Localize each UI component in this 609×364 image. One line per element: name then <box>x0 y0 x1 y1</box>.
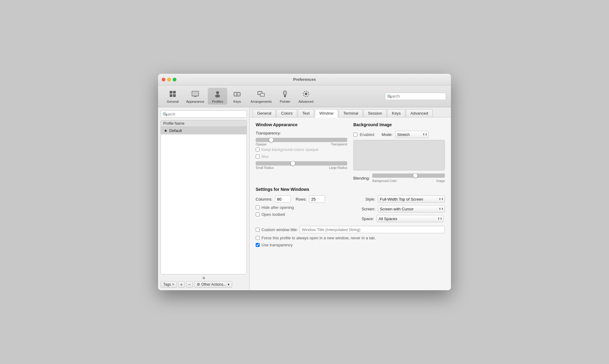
tab-advanced[interactable]: Advanced <box>406 109 433 117</box>
background-image-title: Background Image <box>353 122 445 127</box>
window-appearance-section: Window Appearance Transparency: Opaque T… <box>256 122 347 183</box>
svg-rect-1 <box>173 91 176 94</box>
keep-bg-opaque-row: Keep background colors opaque <box>256 147 347 152</box>
transparency-row: Transparency: <box>256 131 347 135</box>
title-bar: Preferences <box>158 74 451 85</box>
sidebar: 🔍 Profile Name ★ Default Tags > + − ⚙ Ot… <box>158 107 250 290</box>
opaque-label: Opaque <box>256 143 267 146</box>
blur-label: Blur: <box>261 154 270 159</box>
tags-button[interactable]: Tags > <box>160 281 177 288</box>
general-icon <box>168 89 178 99</box>
rows-input[interactable] <box>309 195 325 203</box>
open-toolbelt-row: Open toolbelt <box>256 212 294 217</box>
toolbar-item-general[interactable]: General <box>163 88 182 105</box>
style-label: Style: <box>365 197 375 202</box>
large-radius-label: Large Radius <box>329 166 347 170</box>
toolbar-item-advanced[interactable]: Advanced <box>295 88 317 105</box>
hide-after-opening-checkbox[interactable] <box>256 205 260 209</box>
style-select-wrapper: Full-Width Top of Screen Normal Maximize… <box>378 195 445 203</box>
maximize-button[interactable] <box>173 78 176 81</box>
advanced-label: Advanced <box>298 100 313 103</box>
keys-label: Keys <box>233 100 241 103</box>
tab-colors[interactable]: Colors <box>276 109 297 117</box>
svg-rect-2 <box>170 94 172 97</box>
transparency-slider[interactable] <box>256 138 347 142</box>
pointer-icon <box>280 89 290 99</box>
toolbar-search-wrapper: 🔍 <box>385 93 446 100</box>
space-row: Space: All Spaces Current Space ⬆⬇ <box>362 215 445 222</box>
toolbar-item-pointer[interactable]: Pointer <box>275 88 295 105</box>
blending-slider-wrap: Background Color Image <box>372 173 445 183</box>
profiles-label: Profiles <box>212 100 223 103</box>
blur-checkbox[interactable] <box>256 155 260 159</box>
svg-point-8 <box>216 91 219 94</box>
blending-labels: Background Color Image <box>372 179 445 183</box>
screen-row: Screen: Screen with Cursor Main Screen S… <box>362 205 445 212</box>
close-button[interactable] <box>162 78 165 81</box>
open-toolbelt-label: Open toolbelt <box>261 212 285 217</box>
hide-after-opening-row: Hide after opening <box>256 205 294 210</box>
pointer-label: Pointer <box>280 100 290 103</box>
tab-session[interactable]: Session <box>363 109 387 117</box>
tab-keys[interactable]: Keys <box>387 109 405 117</box>
transparency-slider-labels: Opaque Transparent <box>256 143 347 146</box>
toolbar-search-input[interactable] <box>385 93 446 100</box>
custom-title-checkbox[interactable] <box>256 228 260 232</box>
appearance-icon <box>190 89 200 99</box>
space-select[interactable]: All Spaces Current Space <box>377 215 444 222</box>
profile-name: Default <box>169 128 182 133</box>
force-new-window-row: Force this profile to always open in a n… <box>256 236 445 240</box>
settings-new-windows-section: Settings for New Windows Columns: Rows: … <box>256 187 445 247</box>
profile-list-header: Profile Name <box>161 120 247 127</box>
custom-title-input[interactable] <box>300 226 445 233</box>
style-select[interactable]: Full-Width Top of Screen Normal Maximize… <box>378 195 445 203</box>
screen-select[interactable]: Screen with Cursor Main Screen Screen 1 <box>378 205 445 212</box>
tab-text[interactable]: Text <box>298 109 314 117</box>
toolbar-item-arrangements[interactable]: Arrangements <box>247 88 275 105</box>
toolbar-icons: General Appearance <box>163 88 317 105</box>
other-actions-button[interactable]: ⚙ Other Actions... ▾ <box>194 281 232 288</box>
force-new-window-label: Force this profile to always open in a n… <box>261 236 376 240</box>
toolbar-item-keys[interactable]: ⌘ Keys <box>227 88 247 105</box>
add-profile-button[interactable]: + <box>178 281 185 288</box>
preferences-window: Preferences General <box>158 74 451 290</box>
keep-bg-opaque-label: Keep background colors opaque <box>261 147 319 152</box>
blur-row: Blur: <box>256 154 347 159</box>
general-label: General <box>167 100 178 103</box>
open-toolbelt-checkbox[interactable] <box>256 212 260 216</box>
mode-select[interactable]: Stretch Tile Scale to Fill Scale to Fit <box>395 131 429 138</box>
remove-profile-button[interactable]: − <box>186 281 193 288</box>
small-radius-label: Small Radius <box>256 166 274 170</box>
toolbar-item-profiles[interactable]: Profiles <box>208 88 227 105</box>
arrangements-label: Arrangements <box>250 100 272 103</box>
bg-enabled-checkbox[interactable] <box>353 133 357 137</box>
tab-general[interactable]: General <box>253 109 276 117</box>
svg-rect-0 <box>170 91 172 94</box>
force-new-window-checkbox[interactable] <box>256 236 260 240</box>
space-label: Space: <box>362 216 374 221</box>
mode-select-wrapper: Stretch Tile Scale to Fill Scale to Fit … <box>395 131 429 138</box>
blending-label: Blending: <box>353 176 370 180</box>
toolbar: General Appearance <box>158 85 451 107</box>
tab-bar: General Colors Text Window Terminal Sess… <box>250 107 451 117</box>
blur-slider-labels: Small Radius Large Radius <box>256 166 347 170</box>
tab-terminal[interactable]: Terminal <box>339 109 363 117</box>
svg-point-9 <box>215 95 220 98</box>
minimize-button[interactable] <box>167 78 171 81</box>
sidebar-search-input[interactable] <box>160 110 247 118</box>
bg-image-preview <box>353 140 445 170</box>
list-item[interactable]: ★ Default <box>161 127 247 134</box>
svg-rect-7 <box>194 96 196 97</box>
two-col-layout: Window Appearance Transparency: Opaque T… <box>256 122 445 183</box>
tab-window[interactable]: Window <box>315 109 338 117</box>
blending-slider[interactable] <box>372 173 445 178</box>
keep-bg-opaque-checkbox[interactable] <box>256 148 260 152</box>
blur-slider[interactable] <box>256 161 347 166</box>
use-transparency-checkbox[interactable] <box>256 243 260 247</box>
profiles-icon <box>213 89 222 99</box>
svg-text:⌘: ⌘ <box>236 93 239 96</box>
columns-input[interactable] <box>275 195 291 203</box>
sidebar-search-wrapper: 🔍 <box>160 110 247 118</box>
toolbar-item-appearance[interactable]: Appearance <box>182 88 208 105</box>
bg-enabled-row: Enabled Mode: Stretch Tile Scale to Fill… <box>353 131 445 138</box>
